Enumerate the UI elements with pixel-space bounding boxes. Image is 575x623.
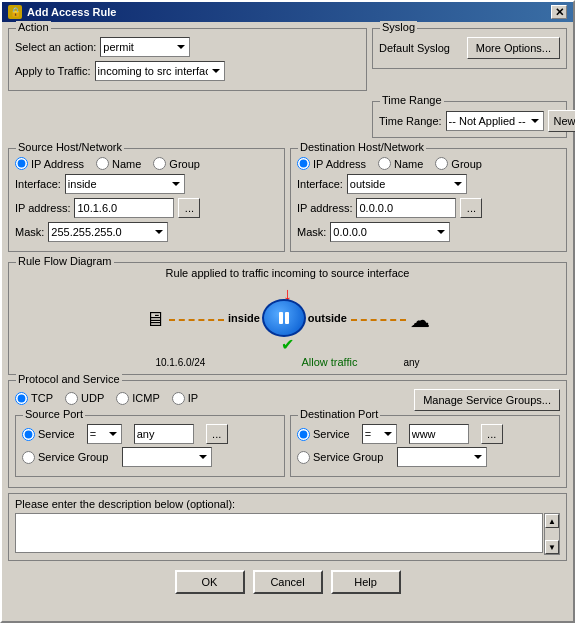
source-service-row: Service = ... [22,424,278,444]
source-service-group-radio-item[interactable]: Service Group [22,451,108,464]
rule-flow-group-label: Rule Flow Diagram [16,255,114,267]
source-service-label: Service [38,428,75,440]
icmp-radio[interactable] [116,392,129,405]
description-textarea[interactable] [15,513,543,553]
source-host-group-label: Source Host/Network [16,141,124,153]
dest-name-radio[interactable] [378,157,391,170]
protocol-radio-row: TCP UDP ICMP IP [15,392,414,405]
dest-ip-radio[interactable] [297,157,310,170]
allow-checkmark-icon: ✔ [281,335,294,354]
source-ip-radio-item[interactable]: IP Address [15,157,84,170]
dest-interface-dropdown[interactable]: outside [347,174,467,194]
ip-radio-item[interactable]: IP [172,392,198,405]
udp-radio[interactable] [65,392,78,405]
left-arrow-line [169,319,224,321]
source-ip-input[interactable] [74,198,174,218]
description-label: Please enter the description below (opti… [15,498,560,510]
udp-radio-item[interactable]: UDP [65,392,104,405]
source-interface-row: Interface: inside [15,174,278,194]
source-mask-dropdown[interactable]: 255.255.255.0 [48,222,168,242]
source-ip-radio[interactable] [15,157,28,170]
source-service-group-label: Service Group [38,451,108,463]
action-group-label: Action [16,21,51,33]
outside-label: outside [308,312,347,324]
rule-flow-outer: Rule Flow Diagram Rule applied to traffi… [8,262,567,375]
dest-service-input[interactable] [409,424,469,444]
main-window: 🔒 Add Access Rule ✕ Action Select an act… [0,0,575,623]
udp-label: UDP [81,392,104,404]
dest-ip-input[interactable] [356,198,456,218]
source-mask-row: Mask: 255.255.255.0 [15,222,278,242]
dest-service-eq-dropdown[interactable]: = [362,424,397,444]
dest-service-radio[interactable] [297,428,310,441]
source-radio-row: IP Address Name Group [15,157,278,170]
protocol-group: TCP UDP ICMP IP [8,380,567,488]
dest-service-group-radio[interactable] [297,451,310,464]
dest-service-group-dropdown[interactable] [397,447,487,467]
source-name-radio[interactable] [96,157,109,170]
source-ip-label: IP Address [31,158,84,170]
source-ip-browse-button[interactable]: ... [178,198,200,218]
source-group-radio-item[interactable]: Group [153,157,200,170]
time-range-label: Time Range: [379,115,442,127]
dest-ip-radio-item[interactable]: IP Address [297,157,366,170]
select-action-row: Select an action: permit [15,37,360,57]
default-syslog-label: Default Syslog [379,42,450,54]
more-options-button[interactable]: More Options... [467,37,560,59]
close-button[interactable]: ✕ [551,5,567,19]
dest-service-browse-button[interactable]: ... [481,424,503,444]
manage-service-groups-button[interactable]: Manage Service Groups... [414,389,560,411]
ip-radio[interactable] [172,392,185,405]
dest-mask-label: Mask: [297,226,326,238]
icmp-radio-item[interactable]: ICMP [116,392,160,405]
dest-mask-dropdown[interactable]: 0.0.0.0 [330,222,450,242]
rule-flow-group: Rule applied to traffic incoming to sour… [8,262,567,375]
description-textarea-container: ▲ ▼ [15,513,560,555]
cancel-button[interactable]: Cancel [253,570,323,594]
help-button[interactable]: Help [331,570,401,594]
dest-service-label: Service [313,428,350,440]
source-service-browse-button[interactable]: ... [206,424,228,444]
tcp-radio-item[interactable]: TCP [15,392,53,405]
protocol-group-label: Protocol and Service [16,373,122,385]
source-ip-row: IP address: ... [15,198,278,218]
source-interface-label: Interface: [15,178,61,190]
time-range-dropdown[interactable]: -- Not Applied -- [446,111,544,131]
source-group-radio[interactable] [153,157,166,170]
window-icon: 🔒 [8,5,22,19]
time-range-row: Time Range: -- Not Applied -- New... [379,110,560,132]
tcp-label: TCP [31,392,53,404]
source-service-group-dropdown[interactable] [122,447,212,467]
dest-group-radio[interactable] [435,157,448,170]
tcp-radio[interactable] [15,392,28,405]
select-action-dropdown[interactable]: permit [100,37,190,57]
dest-host-group-label: Destination Host/Network [298,141,426,153]
dest-group-radio-item[interactable]: Group [435,157,482,170]
window-title: Add Access Rule [27,6,116,18]
ok-button[interactable]: OK [175,570,245,594]
source-name-radio-item[interactable]: Name [96,157,141,170]
dest-service-group-radio-item[interactable]: Service Group [297,451,383,464]
dest-service-radio-item[interactable]: Service [297,428,350,441]
source-service-eq-dropdown[interactable]: = [87,424,122,444]
action-group: Select an action: permit Apply to Traffi… [8,28,367,91]
dest-ip-browse-button[interactable]: ... [460,198,482,218]
source-service-input[interactable] [134,424,194,444]
dest-name-label: Name [394,158,423,170]
dest-name-radio-item[interactable]: Name [378,157,423,170]
apply-traffic-dropdown[interactable]: incoming to src interface... [95,61,225,81]
source-interface-dropdown[interactable]: inside [65,174,185,194]
firewall-icon [262,299,306,337]
scrollbar-down-button[interactable]: ▼ [545,540,559,554]
syslog-group: Default Syslog More Options... [372,28,567,69]
apply-traffic-label: Apply to Traffic: [15,65,91,77]
source-ip-field-label: IP address: [15,202,70,214]
source-service-radio[interactable] [22,428,35,441]
new-time-range-button[interactable]: New... [548,110,575,132]
scrollbar-up-button[interactable]: ▲ [545,514,559,528]
allow-traffic-label: Allow traffic [301,356,357,368]
source-mask-label: Mask: [15,226,44,238]
source-service-radio-item[interactable]: Service [22,428,75,441]
source-service-group-radio[interactable] [22,451,35,464]
dest-service-row: Service = ... [297,424,553,444]
